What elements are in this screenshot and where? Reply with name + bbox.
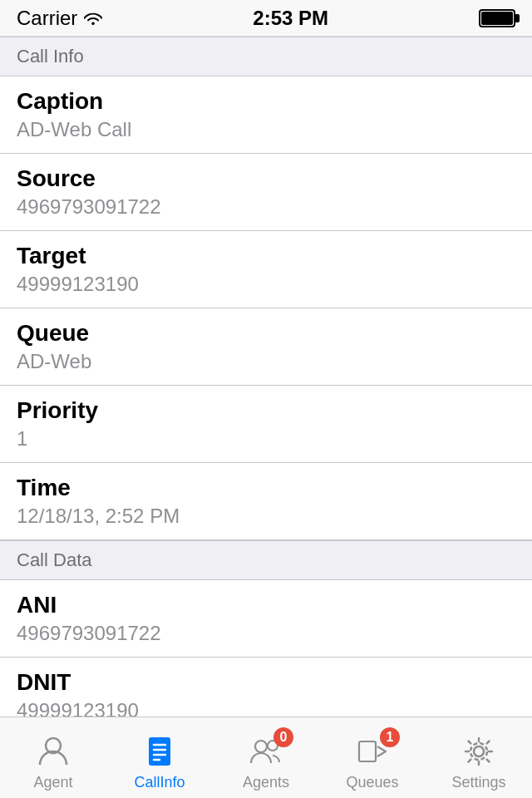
list-item-time: Time 12/18/13, 2:52 PM bbox=[0, 463, 532, 540]
tab-callinfo[interactable]: CallInfo bbox=[106, 724, 213, 791]
target-value: 49999123190 bbox=[17, 273, 515, 296]
queue-value: AD-Web bbox=[17, 350, 515, 373]
tab-bar: Agent CallInfo 0 Agents bbox=[0, 717, 532, 798]
tab-settings-label: Settings bbox=[451, 774, 505, 791]
battery-icon bbox=[479, 9, 515, 27]
tab-queues-icon-wrap: 1 bbox=[353, 732, 392, 771]
svg-rect-1 bbox=[149, 737, 170, 766]
caption-label: Caption bbox=[17, 88, 515, 115]
tab-settings-icon-wrap bbox=[460, 732, 498, 771]
dnit-value: 49999123190 bbox=[17, 699, 515, 717]
ani-value: 4969793091722 bbox=[17, 622, 515, 645]
list-item-caption: Caption AD-Web Call bbox=[0, 76, 532, 154]
priority-value: 1 bbox=[17, 427, 515, 451]
section-header-call-data: Call Data bbox=[0, 540, 532, 580]
tab-agents-icon-wrap: 0 bbox=[247, 732, 285, 771]
tab-agent-icon-wrap bbox=[34, 732, 72, 771]
tab-queues[interactable]: 1 Queues bbox=[319, 724, 426, 791]
time-value: 12/18/13, 2:52 PM bbox=[17, 505, 515, 528]
tab-callinfo-label: CallInfo bbox=[134, 774, 185, 791]
agents-badge: 0 bbox=[273, 727, 293, 747]
wifi-icon bbox=[84, 12, 102, 25]
tab-agent[interactable]: Agent bbox=[0, 724, 106, 791]
callinfo-doc-icon bbox=[143, 735, 176, 768]
tab-agent-label: Agent bbox=[33, 774, 72, 791]
target-label: Target bbox=[17, 243, 515, 269]
priority-label: Priority bbox=[17, 397, 515, 424]
dnit-label: DNIT bbox=[17, 669, 515, 696]
list-item-source: Source 4969793091722 bbox=[0, 154, 532, 231]
list-item-dnit: DNIT 49999123190 bbox=[0, 658, 532, 717]
tab-settings[interactable]: Settings bbox=[426, 724, 532, 791]
content-area: Call Info Caption AD-Web Call Source 496… bbox=[0, 37, 532, 717]
list-item-ani: ANI 4969793091722 bbox=[0, 580, 532, 658]
section-header-label: Call Info bbox=[17, 46, 84, 66]
carrier-text: Carrier bbox=[17, 7, 102, 30]
list-item-priority: Priority 1 bbox=[0, 386, 532, 463]
svg-point-6 bbox=[255, 741, 267, 752]
tab-agents[interactable]: 0 Agents bbox=[213, 724, 319, 791]
settings-gear-icon bbox=[462, 735, 495, 768]
carrier-label: Carrier bbox=[17, 7, 77, 30]
svg-rect-8 bbox=[359, 741, 376, 761]
time-label: Time bbox=[17, 475, 515, 501]
agent-person-icon bbox=[37, 735, 70, 768]
source-label: Source bbox=[17, 165, 515, 192]
queue-label: Queue bbox=[17, 320, 515, 347]
status-time: 2:53 PM bbox=[253, 7, 328, 30]
tab-agents-label: Agents bbox=[243, 774, 289, 791]
list-item-queue: Queue AD-Web bbox=[0, 308, 532, 386]
source-value: 4969793091722 bbox=[17, 195, 515, 219]
section-header-call-info: Call Info bbox=[0, 37, 532, 76]
ani-label: ANI bbox=[17, 592, 515, 618]
battery-fill bbox=[481, 12, 513, 25]
svg-point-9 bbox=[474, 746, 484, 756]
section-header-call-data-label: Call Data bbox=[17, 549, 91, 570]
tab-callinfo-icon-wrap bbox=[140, 732, 179, 771]
status-bar: Carrier 2:53 PM bbox=[0, 0, 532, 37]
caption-value: AD-Web Call bbox=[17, 118, 515, 141]
list-item-target: Target 49999123190 bbox=[0, 231, 532, 308]
queues-badge: 1 bbox=[380, 727, 400, 747]
tab-queues-label: Queues bbox=[346, 774, 398, 791]
